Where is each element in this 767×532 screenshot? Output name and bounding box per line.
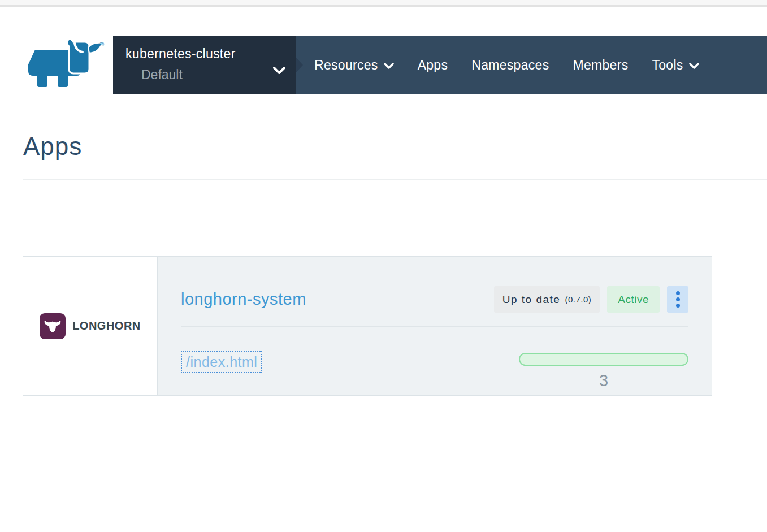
- app-header: ® kubernetes-cluster Default Resources A…: [0, 7, 767, 87]
- nav-item-label: Namespaces: [471, 58, 549, 73]
- longhorn-logo-icon: [40, 313, 66, 339]
- chevron-down-icon: [384, 63, 394, 70]
- app-card-body: longhorn-system Up to date (0.7.0) Activ…: [158, 257, 712, 395]
- main-nav: kubernetes-cluster Default Resources App…: [113, 36, 767, 94]
- pods-summary: 3: [519, 351, 688, 390]
- rancher-cow-icon: ®: [21, 40, 106, 92]
- chevron-down-icon: [273, 67, 285, 75]
- nav-item-label: Resources: [314, 58, 378, 73]
- app-logo-cell: LONGHORN: [23, 257, 158, 395]
- breadcrumb-arrow: [296, 57, 303, 73]
- upgrade-status-badge: Up to date (0.7.0): [494, 286, 600, 313]
- nav-item-members[interactable]: Members: [561, 58, 640, 73]
- nav-items: Resources Apps Namespaces Members Tools: [296, 36, 711, 94]
- nav-item-label: Members: [573, 58, 629, 73]
- pod-count: 3: [599, 371, 608, 390]
- registered-mark: ®: [99, 41, 104, 47]
- endpoint-link[interactable]: /index.html: [181, 351, 262, 373]
- badge-group: Up to date (0.7.0) Active: [494, 286, 688, 313]
- nav-item-label: Tools: [652, 58, 683, 73]
- kebab-menu-icon: [676, 291, 680, 295]
- chevron-down-icon: [689, 63, 699, 70]
- rancher-logo[interactable]: ®: [21, 40, 106, 92]
- cluster-name: kubernetes-cluster: [125, 46, 296, 62]
- upgrade-status-text: Up to date: [502, 293, 561, 306]
- kebab-menu-button[interactable]: [667, 286, 688, 313]
- nav-item-resources[interactable]: Resources: [302, 58, 406, 73]
- browser-top-strip: [0, 0, 767, 7]
- status-badge: Active: [607, 286, 660, 313]
- nav-item-namespaces[interactable]: Namespaces: [460, 58, 561, 73]
- card-divider: [181, 326, 688, 327]
- upgrade-version: (0.7.0): [565, 295, 591, 304]
- nav-item-label: Apps: [418, 58, 448, 73]
- page-divider: [23, 179, 767, 180]
- nav-item-tools[interactable]: Tools: [640, 58, 710, 73]
- app-name-link[interactable]: longhorn-system: [181, 290, 306, 309]
- cluster-selector[interactable]: kubernetes-cluster Default: [113, 36, 296, 94]
- page-title: Apps: [23, 132, 767, 161]
- longhorn-logo-text: LONGHORN: [72, 319, 141, 332]
- app-card: LONGHORN longhorn-system Up to date (0.7…: [23, 256, 712, 396]
- nav-item-apps[interactable]: Apps: [406, 58, 460, 73]
- pods-progress-bar: [519, 353, 688, 366]
